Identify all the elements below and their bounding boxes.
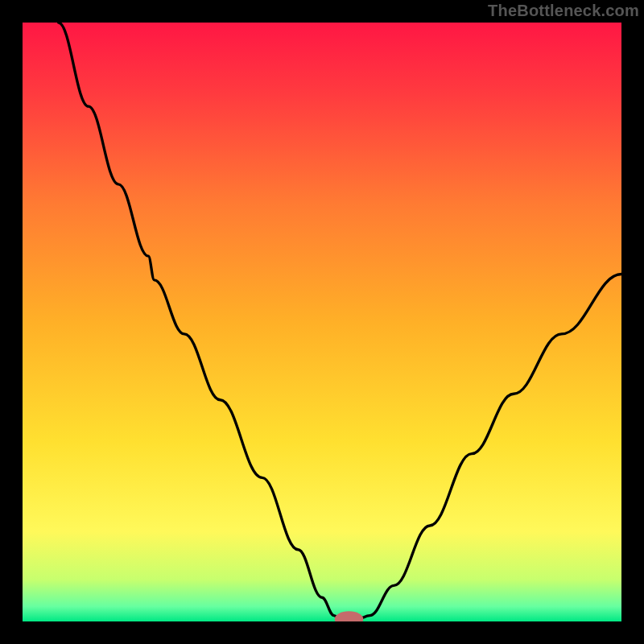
bottleneck-chart — [23, 23, 621, 621]
source-watermark: TheBottleneck.com — [488, 2, 639, 20]
plot-area — [23, 23, 621, 621]
chart-frame: TheBottleneck.com — [0, 0, 644, 644]
gradient-background — [23, 23, 621, 621]
